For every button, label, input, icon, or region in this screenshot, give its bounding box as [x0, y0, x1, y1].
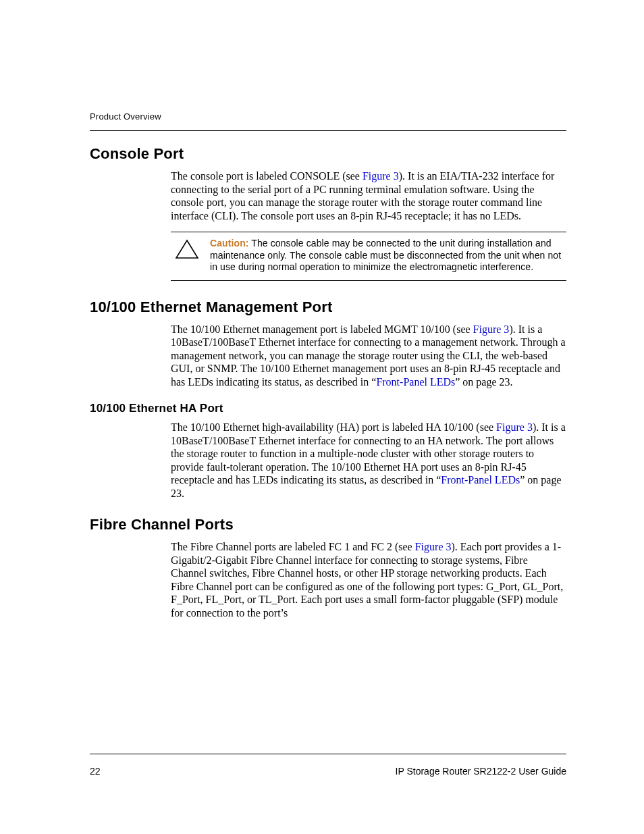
callout-row: Caution: The console cable may be connec…	[175, 238, 562, 273]
link-figure-3[interactable]: Figure 3	[496, 421, 533, 433]
text: The 10/100 Ethernet high-availability (H…	[171, 421, 496, 433]
text: The 10/100 Ethernet management port is l…	[171, 323, 473, 335]
caution-label: Caution:	[210, 238, 249, 249]
text: ” on page 23.	[455, 376, 512, 388]
svg-marker-0	[176, 240, 198, 258]
link-figure-3[interactable]: Figure 3	[415, 541, 452, 552]
caution-body: The console cable may be connected to th…	[210, 238, 561, 272]
footer-rule	[90, 754, 566, 754]
para-fc-ports: The Fibre Channel ports are labeled FC 1…	[171, 540, 566, 619]
heading-ha-port: 10/100 Ethernet HA Port	[90, 402, 566, 415]
link-figure-3[interactable]: Figure 3	[363, 170, 399, 182]
para-console-port: The console port is labeled CONSOLE (see…	[171, 170, 566, 222]
section-title: Product Overview	[90, 111, 161, 122]
text: ). Each port provides a 1-Gigabit/2-Giga…	[171, 541, 563, 619]
heading-mgmt-port: 10/100 Ethernet Management Port	[90, 298, 566, 316]
doc-title-footer: IP Storage Router SR2122-2 User Guide	[396, 766, 566, 777]
text: The console port is labeled CONSOLE (see	[171, 170, 363, 182]
text: The Fibre Channel ports are labeled FC 1…	[171, 541, 415, 552]
para-mgmt-port: The 10/100 Ethernet management port is l…	[171, 323, 566, 389]
content-area: Console Port The console port is labeled…	[90, 145, 566, 629]
heading-console-port: Console Port	[90, 145, 566, 163]
callout-caution: Caution: The console cable may be connec…	[171, 232, 566, 281]
running-header: Product Overview	[90, 111, 566, 122]
document-page: Product Overview Console Port The consol…	[0, 0, 644, 834]
header-rule	[90, 130, 566, 131]
link-front-panel-leds[interactable]: Front-Panel LEDs	[376, 376, 455, 388]
para-ha-port: The 10/100 Ethernet high-availability (H…	[171, 421, 566, 500]
heading-fc-ports: Fibre Channel Ports	[90, 516, 566, 533]
callout-text: Caution: The console cable may be connec…	[210, 238, 562, 273]
caution-icon	[175, 239, 199, 259]
page-number: 22	[90, 766, 101, 777]
link-front-panel-leds[interactable]: Front-Panel LEDs	[441, 474, 520, 486]
link-figure-3[interactable]: Figure 3	[473, 323, 510, 335]
